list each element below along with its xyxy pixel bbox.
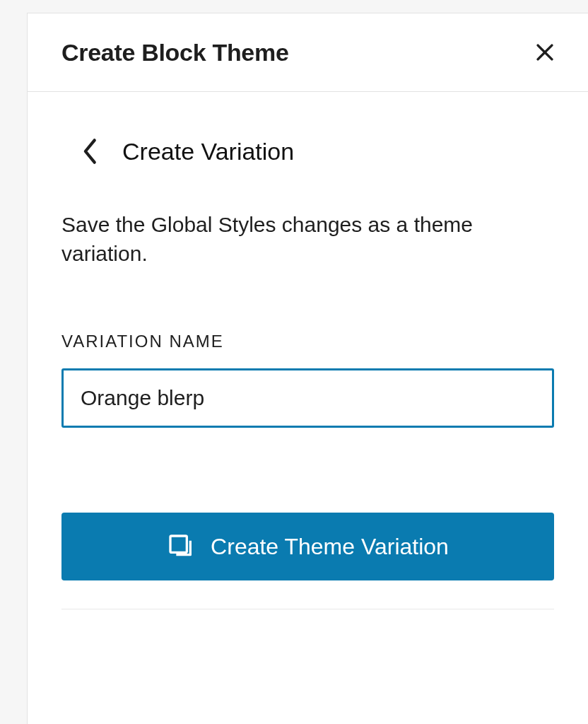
back-button[interactable]	[78, 134, 102, 168]
sub-title: Create Variation	[122, 138, 294, 165]
divider	[61, 609, 554, 609]
panel-header: Create Block Theme	[28, 13, 588, 92]
panel-description: Save the Global Styles changes as a them…	[61, 211, 554, 268]
variation-name-label: VARIATION NAME	[61, 332, 554, 351]
panel-title: Create Block Theme	[61, 39, 289, 66]
copy-icon	[167, 532, 195, 561]
create-block-theme-panel: Create Block Theme Create Variation Save…	[27, 13, 588, 724]
close-icon	[533, 40, 557, 64]
chevron-left-icon	[81, 137, 100, 165]
sub-header: Create Variation	[78, 134, 554, 168]
create-theme-variation-button[interactable]: Create Theme Variation	[61, 513, 554, 580]
panel-body: Create Variation Save the Global Styles …	[28, 92, 588, 638]
close-button[interactable]	[529, 36, 561, 69]
submit-label: Create Theme Variation	[211, 534, 449, 560]
svg-rect-2	[170, 536, 187, 552]
variation-name-input[interactable]	[61, 368, 554, 428]
